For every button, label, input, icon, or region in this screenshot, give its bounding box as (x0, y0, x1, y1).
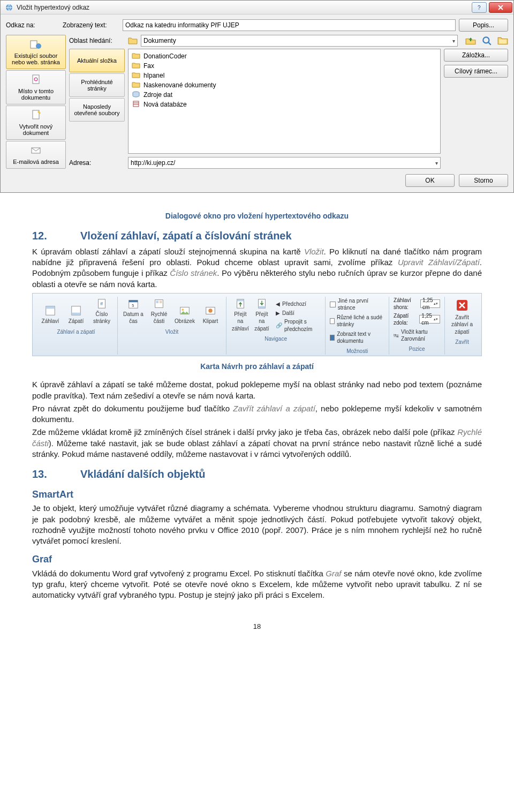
heading-12: 12.Vložení záhlaví, zápatí a číslování s… (32, 229, 482, 243)
paragraph: Je to objekt, který umožňuje vytvářet rů… (32, 503, 482, 546)
show-doc-text-checkbox[interactable]: Zobrazit text v dokumentu (330, 330, 384, 345)
tab-new-document[interactable]: Vytvořit nový dokument (6, 106, 66, 140)
tab-place-in-doc-label: Místo v tomto dokumentu (9, 88, 63, 101)
display-text-input[interactable] (123, 19, 456, 31)
paragraph: Pro návrat zpět do dokumentu použijeme b… (32, 403, 482, 425)
file-item[interactable]: DonationCoder (132, 51, 437, 61)
hyperlink-dialog: Vložit hypertextový odkaz ? Odkaz na: Zo… (0, 0, 514, 193)
address-input[interactable]: http://ki.ujep.cz/ (128, 157, 441, 169)
tab-email-label: E-mailová adresa (13, 159, 59, 165)
goto-footer-button[interactable]: Přejít na zápatí (253, 297, 270, 334)
link-to-label: Odkaz na: (6, 21, 59, 29)
svg-rect-10 (133, 101, 139, 107)
inner-tab-recent-files[interactable]: Naposledy otevřené soubory (69, 98, 125, 122)
address-label: Adresa: (69, 159, 125, 167)
svg-rect-2 (31, 41, 37, 48)
header-icon (44, 305, 56, 317)
group-label: Možnosti (346, 348, 368, 355)
tab-icon: ⭾ (394, 332, 399, 340)
up-folder-icon[interactable] (465, 35, 476, 46)
inner-tab-current-folder-label: Aktuální složka (77, 57, 117, 64)
group-label: Zavřít (455, 339, 469, 346)
link-to-previous-button[interactable]: 🔗Propojit s předchozím (276, 318, 321, 333)
tab-new-document-label: Vytvořit nový dokument (9, 123, 63, 136)
goto-header-icon (235, 298, 246, 310)
new-document-icon (29, 109, 42, 121)
group-label: Vložit (165, 328, 178, 336)
file-item[interactable]: Nová databáze (132, 100, 437, 109)
svg-point-26 (208, 309, 212, 313)
heading-13: 13.Vkládání dalších objektů (32, 467, 482, 482)
svg-rect-14 (72, 313, 81, 315)
close-button[interactable] (489, 2, 512, 13)
target-frame-button[interactable]: Cílový rámec... (444, 65, 508, 78)
header-button[interactable]: Záhlaví (39, 304, 62, 326)
svg-rect-18 (129, 300, 138, 302)
inner-tab-current-folder[interactable]: Aktuální složka (69, 49, 125, 72)
hyperlink-icon (5, 3, 13, 12)
figure-caption: Karta Návrh pro záhlaví a zápatí (32, 362, 482, 372)
group-label: Pozice (409, 345, 425, 353)
file-name: Naskenované dokumenty (143, 81, 216, 89)
diff-first-page-checkbox[interactable]: Jiné na první stránce (330, 297, 384, 312)
group-label: Záhlaví a zápatí (57, 328, 95, 336)
page-number-button[interactable]: #Číslo stránky (90, 297, 113, 326)
file-item[interactable]: Naskenované dokumenty (132, 80, 437, 90)
file-list[interactable]: DonationCoder Fax hIpanel Naskenované do… (128, 49, 441, 154)
folder-icon (132, 52, 140, 61)
paragraph: Zde můžeme vkládat kromě již zmíněných č… (32, 427, 482, 460)
picture-icon (179, 305, 191, 317)
tab-email[interactable]: E-mailová adresa (6, 141, 66, 169)
quick-parts-button[interactable]: Rychlé části (148, 297, 170, 326)
file-item[interactable]: Fax (132, 61, 437, 71)
goto-header-button[interactable]: Přejít na záhlaví (231, 297, 250, 334)
svg-text:?: ? (478, 5, 481, 10)
header-from-top-spinner[interactable]: Záhlaví shora:1,25 cm (394, 297, 440, 311)
svg-point-8 (483, 37, 489, 43)
file-item[interactable]: Zdroje dat (132, 90, 437, 100)
svg-point-24 (182, 309, 184, 311)
prev-section-button[interactable]: ◀Předchozí (276, 300, 321, 309)
next-section-button[interactable]: ▶Další (276, 309, 321, 318)
dialog-title: Vložit hypertextový odkaz (17, 4, 472, 11)
bookmark-button[interactable]: Záložka... (444, 49, 508, 62)
clipart-icon (205, 305, 216, 317)
svg-rect-4 (33, 75, 39, 84)
browse-file-icon[interactable] (497, 35, 508, 46)
look-in-dropdown[interactable]: Dokumenty (141, 35, 458, 47)
globe-file-icon (29, 39, 42, 50)
diff-odd-even-checkbox[interactable]: Různé liché a sudé stránky (330, 313, 384, 329)
tooltip-button[interactable]: Popis... (459, 19, 508, 32)
cancel-button[interactable]: Storno (459, 174, 508, 187)
heading-13-title: Vkládání dalších objektů (80, 468, 205, 480)
goto-footer-icon (256, 298, 268, 310)
clipart-button[interactable]: Klipart (199, 304, 222, 326)
folder-icon (132, 81, 140, 89)
svg-rect-30 (258, 306, 265, 308)
footer-from-bottom-spinner[interactable]: Zápatí zdola:1,25 cm (394, 312, 440, 327)
close-header-footer-button[interactable]: Zavřít záhlaví a zápatí (449, 297, 475, 337)
inner-tab-browsed-pages[interactable]: Prohlédnuté stránky (69, 73, 125, 97)
paragraph: K úpravám oblastí záhlaví a zápatí slouž… (32, 246, 482, 290)
picture-button[interactable]: Obrázek (173, 304, 196, 326)
footer-button[interactable]: Zápatí (65, 304, 87, 326)
folder-icon (128, 36, 138, 45)
file-name: hIpanel (143, 72, 164, 79)
tab-existing-file[interactable]: Existující soubor nebo web. stránka (6, 35, 66, 69)
paragraph: Vkládá do dokumentu Word graf vytvořený … (32, 568, 482, 601)
browse-web-icon[interactable] (481, 35, 492, 46)
folder-icon (132, 71, 140, 80)
file-name: Fax (143, 62, 154, 70)
heading-12-title: Vložení záhlaví, zápatí a číslování strá… (80, 230, 292, 242)
ok-button[interactable]: OK (405, 174, 455, 187)
svg-point-3 (36, 43, 41, 49)
help-button[interactable]: ? (472, 2, 487, 13)
insert-alignment-tab-button[interactable]: ⭾Vložit kartu Zarovnání (394, 328, 440, 343)
svg-rect-28 (237, 299, 244, 302)
tab-place-in-doc[interactable]: Místo v tomto dokumentu (6, 70, 66, 104)
next-icon: ▶ (276, 310, 280, 317)
file-name: DonationCoder (143, 52, 187, 60)
file-item[interactable]: hIpanel (132, 71, 437, 80)
date-time-button[interactable]: 5Datum a čas (122, 297, 145, 326)
inner-tab-browsed-pages-label: Prohlédnuté stránky (72, 79, 122, 92)
